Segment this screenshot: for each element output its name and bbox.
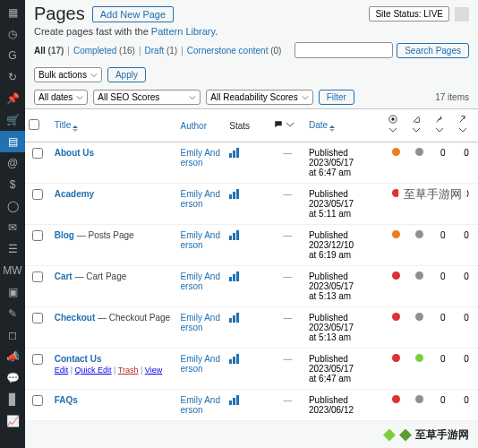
apply-button[interactable]: Apply <box>107 67 146 82</box>
column-author[interactable]: Author <box>177 109 226 142</box>
page-title-link[interactable]: FAQs <box>55 395 78 405</box>
incoming-links-count: 0 <box>431 307 455 349</box>
row-checkbox[interactable] <box>32 230 43 241</box>
author-link[interactable]: Emily Anderson <box>181 395 220 415</box>
view-count: (1) <box>166 46 177 56</box>
sidebar-item-cart[interactable]: 🛒 <box>0 109 25 131</box>
stats-icon[interactable] <box>229 148 239 158</box>
avatar[interactable] <box>455 7 469 22</box>
sidebar-item-page[interactable]: ▤ <box>0 131 25 152</box>
sidebar-item-gauge[interactable]: ◷ <box>0 23 25 45</box>
column-date[interactable]: Date <box>305 109 385 142</box>
view-filter-completed[interactable]: Completed (16) <box>73 46 135 56</box>
edit-link[interactable]: Edit <box>55 366 69 375</box>
row-checkbox[interactable] <box>32 354 43 365</box>
row-checkbox[interactable] <box>32 189 43 200</box>
row-checkbox[interactable] <box>32 313 43 323</box>
column-title[interactable]: Title <box>51 109 177 142</box>
author-link[interactable]: Emily Anderson <box>181 354 220 374</box>
quick-edit-link[interactable]: Quick Edit <box>75 366 112 375</box>
svg-point-1 <box>391 117 394 120</box>
sidebar-item-circle[interactable]: ◯ <box>0 195 25 217</box>
sidebar-item-list[interactable]: ☰ <box>0 238 25 260</box>
readability-score-dot <box>415 313 423 321</box>
dates-filter-select[interactable]: All dates <box>34 90 88 105</box>
chevron-down-icon <box>189 94 196 101</box>
trash-link[interactable]: Trash <box>118 366 139 375</box>
add-new-page-button[interactable]: Add New Page <box>92 6 174 22</box>
search-input[interactable] <box>294 42 393 58</box>
sidebar-item-chart[interactable]: ▊ <box>0 389 25 410</box>
row-checkbox[interactable] <box>32 271 43 282</box>
page-title-link[interactable]: Contact Us <box>55 354 102 364</box>
stats-icon[interactable] <box>229 189 239 199</box>
view-count: (17) <box>48 46 64 56</box>
sidebar-item-layers[interactable]: ▣ <box>0 281 25 303</box>
view-count: (16) <box>119 46 135 56</box>
page-title-link[interactable]: Checkout <box>55 313 96 323</box>
column-links[interactable] <box>431 109 455 142</box>
page-title-link[interactable]: Academy <box>55 189 94 199</box>
seo-score-dot <box>392 148 400 156</box>
search-pages-button[interactable]: Search Pages <box>397 43 469 58</box>
author-link[interactable]: Emily Anderson <box>181 271 220 291</box>
sidebar-item-refresh[interactable]: ↻ <box>0 66 25 88</box>
readability-scores-select[interactable]: All Readability Scores <box>206 90 312 105</box>
bulk-actions-label: Bulk actions <box>38 70 87 80</box>
sidebar-item-pin[interactable]: 📌 <box>0 88 25 109</box>
author-link[interactable]: Emily Anderson <box>181 313 220 332</box>
sidebar-item-at[interactable]: @ <box>0 152 25 174</box>
page-title-link[interactable]: Cart <box>55 271 73 281</box>
incoming-links-count: 0 <box>431 142 455 184</box>
bulk-actions-select[interactable]: Bulk actions <box>34 67 102 82</box>
view-link[interactable]: View <box>145 366 162 375</box>
stats-icon[interactable] <box>229 313 239 323</box>
date-cell: Published2023/05/17at 5:11 am <box>305 184 385 225</box>
column-seo[interactable] <box>385 109 408 142</box>
row-checkbox[interactable] <box>32 395 43 406</box>
seo-score-dot <box>392 313 400 321</box>
row-checkbox[interactable] <box>32 148 43 159</box>
sidebar-item-mail[interactable]: ✉ <box>0 217 25 238</box>
stats-icon[interactable] <box>229 271 239 281</box>
author-link[interactable]: Emily Anderson <box>181 189 220 209</box>
seo-scores-select[interactable]: All SEO Scores <box>93 90 201 105</box>
page-title-link[interactable]: About Us <box>55 148 94 158</box>
page-suffix: — Cart Page <box>73 271 127 281</box>
filter-button[interactable]: Filter <box>319 90 354 105</box>
outgoing-links-count: 0 <box>455 390 478 421</box>
view-filter-all[interactable]: All (17) <box>34 46 64 56</box>
stats-icon[interactable] <box>229 230 239 240</box>
column-comments[interactable] <box>270 109 305 142</box>
stats-icon[interactable] <box>229 354 239 364</box>
column-readability[interactable] <box>408 109 431 142</box>
table-row: AcademyEmily Anderson—Published2023/05/1… <box>25 184 478 225</box>
table-row: Cart — Cart PageEmily Anderson—Published… <box>25 266 478 307</box>
admin-sidebar: ▦◷G↻📌🛒▤@$◯✉☰MW▣✎◻📣💬▊📈 <box>0 0 25 448</box>
subtitle-suffix: . <box>215 26 218 37</box>
sidebar-item-dollar[interactable]: $ <box>0 174 25 195</box>
page-title-link[interactable]: Blog <box>55 230 74 240</box>
view-filter-draft[interactable]: Draft (1) <box>145 46 178 56</box>
author-link[interactable]: Emily Anderson <box>181 148 220 168</box>
sidebar-item-comment[interactable]: 💬 <box>0 367 25 389</box>
sidebar-item-pencil[interactable]: ✎ <box>0 303 25 324</box>
sidebar-item-mw[interactable]: MW <box>0 260 25 281</box>
pattern-library-link[interactable]: Pattern Library <box>151 26 215 37</box>
sidebar-item-trend[interactable]: 📈 <box>0 410 25 432</box>
view-filter-cornerstone-content[interactable]: Cornerstone content (0) <box>187 46 282 56</box>
site-status-badge[interactable]: Site Status: LIVE <box>369 6 449 22</box>
author-link[interactable]: Emily Anderson <box>181 230 220 250</box>
sidebar-item-megaphone[interactable]: 📣 <box>0 346 25 367</box>
sidebar-item-grid[interactable]: ▦ <box>0 2 25 23</box>
row-actions: Edit | Quick Edit | Trash | View <box>55 366 174 375</box>
readability-score-dot <box>415 354 423 362</box>
select-all-checkbox[interactable] <box>29 119 39 130</box>
column-outgoing[interactable] <box>455 109 478 142</box>
sidebar-item-square[interactable]: ◻ <box>0 324 25 346</box>
stats-icon[interactable] <box>229 395 239 405</box>
comment-count: — <box>283 313 292 323</box>
column-stats[interactable]: Stats <box>226 109 270 142</box>
date-cell: Published2023/05/17at 6:47 am <box>305 142 385 184</box>
sidebar-item-g[interactable]: G <box>0 45 25 66</box>
